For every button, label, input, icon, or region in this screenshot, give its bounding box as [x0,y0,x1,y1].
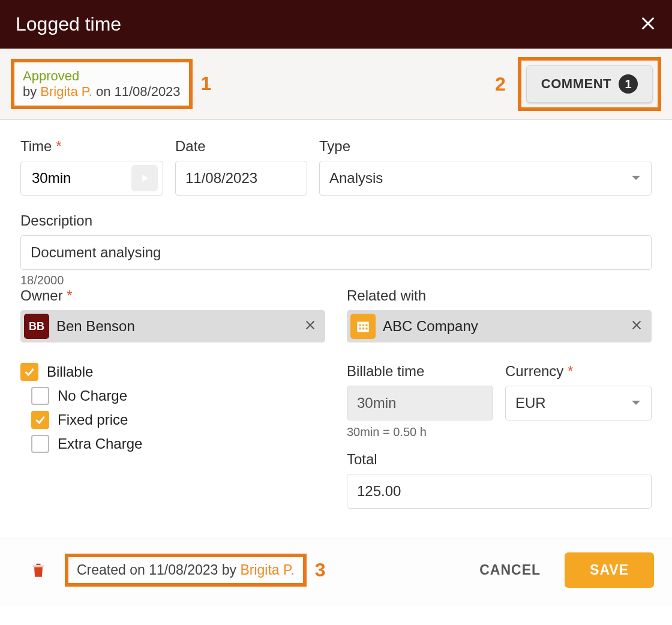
close-icon [640,15,656,32]
check-icon [23,366,35,378]
time-input-wrap [20,161,163,196]
billable-checkbox-row: Billable [20,363,325,381]
close-button[interactable] [640,15,656,34]
svg-rect-0 [357,321,369,332]
created-info-box: Created on 11/08/2023 by Brigita P. [65,554,307,587]
required-asterisk: * [56,138,61,154]
trash-icon [30,560,47,579]
billable-time-value: 30min [347,386,493,420]
no-charge-row: No Charge [31,387,325,405]
created-prefix: Created on [77,562,149,578]
comment-count-badge: 1 [619,74,638,94]
extra-charge-label: Extra Charge [58,435,142,452]
created-by-prefix: by [218,562,240,578]
owner-label: Owner * [20,287,325,304]
billable-row: Billable No Charge Fixed price Extra Cha… [20,342,652,509]
billable-checkbox[interactable] [20,363,38,381]
related-chip[interactable]: ABC Company [347,310,652,342]
status-left: Approved by Brigita P. on 11/08/2023 1 [11,59,211,109]
svg-rect-6 [365,327,367,329]
total-field: Total [347,451,652,509]
delete-button[interactable] [30,560,47,581]
svg-rect-2 [362,324,364,326]
type-select[interactable]: Analysis [319,161,652,196]
callout-1: 1 [201,73,212,95]
company-icon [350,314,376,339]
fixed-price-row: Fixed price [31,411,325,429]
on-prefix: on [92,84,115,99]
modal-header: Logged time [0,0,672,49]
owner-field: Owner * BB Ben Benson [20,287,325,342]
row-time-date-type: Time * Date Type Analysis [20,138,652,196]
play-icon [139,173,150,184]
callout-3: 3 [315,559,326,581]
related-name: ABC Company [383,318,620,335]
owner-name: Ben Benson [56,318,294,335]
created-info-wrap: Created on 11/08/2023 by Brigita P. 3 [65,554,326,587]
currency-label: Currency * [505,363,652,380]
description-field: Description 18/2000 [20,212,652,287]
fixed-price-checkbox[interactable] [31,411,49,429]
created-person[interactable]: Brigita P. [240,562,294,578]
approval-status-box: Approved by Brigita P. on 11/08/2023 [11,59,193,109]
owner-related-row: Owner * BB Ben Benson Related with ABC C… [20,287,652,342]
no-charge-label: No Charge [58,387,127,404]
status-bar: Approved by Brigita P. on 11/08/2023 1 2… [0,49,672,120]
comment-button[interactable]: COMMENT 1 [526,65,653,103]
description-label: Description [20,212,652,229]
owner-clear-button[interactable] [301,316,319,336]
svg-rect-5 [362,327,364,329]
total-label: Total [347,451,652,468]
check-icon [34,414,46,426]
billable-options: Billable No Charge Fixed price Extra Cha… [20,363,325,509]
close-icon [304,318,317,332]
related-clear-button[interactable] [628,316,646,336]
logged-time-modal: Logged time Approved by Brigita P. on 11… [0,0,672,606]
related-label: Related with [347,287,652,304]
date-label: Date [175,138,307,155]
billable-time-label: Billable time [347,363,493,380]
type-field: Type Analysis [319,138,652,196]
time-label: Time * [20,138,163,155]
callout-2: 2 [495,73,506,95]
billable-right-col: Billable time 30min 30min = 0.50 h Curre… [347,363,652,509]
owner-chip[interactable]: BB Ben Benson [20,310,325,342]
type-label: Type [319,138,652,155]
total-input[interactable] [347,474,652,509]
billable-label: Billable [47,363,93,380]
svg-rect-1 [359,324,361,326]
form-body: Time * Date Type Analysis [0,120,672,539]
svg-rect-3 [365,324,367,326]
close-icon [630,318,643,332]
svg-rect-4 [359,327,361,329]
related-field: Related with ABC Company [347,287,652,342]
comment-label: COMMENT [541,76,611,92]
modal-title: Logged time [16,13,121,35]
currency-field: Currency * EUR [505,363,652,439]
created-date: 11/08/2023 [149,562,218,578]
required-asterisk: * [67,287,72,304]
no-charge-checkbox[interactable] [31,387,49,405]
billable-time-field: Billable time 30min 30min = 0.50 h [347,363,493,439]
extra-charge-row: Extra Charge [31,435,325,453]
billable-time-hint: 30min = 0.50 h [347,425,493,439]
approver-name[interactable]: Brigita P. [40,84,92,99]
approved-by-line: by Brigita P. on 11/08/2023 [23,84,181,100]
billtime-currency-row: Billable time 30min 30min = 0.50 h Curre… [347,363,652,439]
type-value: Analysis [319,161,652,196]
required-asterisk: * [568,363,573,379]
status-right: 2 COMMENT 1 [495,57,661,111]
description-input[interactable] [20,235,652,270]
save-button[interactable]: SAVE [565,552,654,588]
comment-highlight: COMMENT 1 [518,57,661,111]
extra-charge-checkbox[interactable] [31,435,49,453]
time-input[interactable] [31,169,131,187]
cancel-button[interactable]: CANCEL [463,552,557,588]
date-input[interactable] [175,161,307,196]
description-counter: 18/2000 [20,274,652,287]
play-button[interactable] [131,165,158,191]
currency-select[interactable]: EUR [505,386,652,420]
approval-date: 11/08/2023 [114,84,180,99]
currency-value: EUR [505,386,652,420]
by-prefix: by [23,84,40,99]
